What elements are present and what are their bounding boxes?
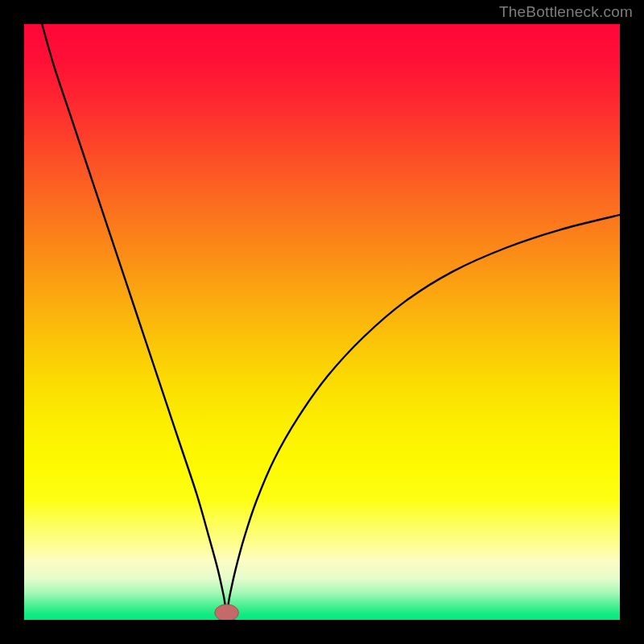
- plot-area: [24, 24, 620, 620]
- chart-frame: TheBottleneck.com: [0, 0, 644, 644]
- gradient-background: [24, 24, 620, 620]
- attribution-text: TheBottleneck.com: [499, 3, 633, 21]
- chart-svg: [24, 24, 620, 620]
- optimal-point-marker: [215, 605, 239, 620]
